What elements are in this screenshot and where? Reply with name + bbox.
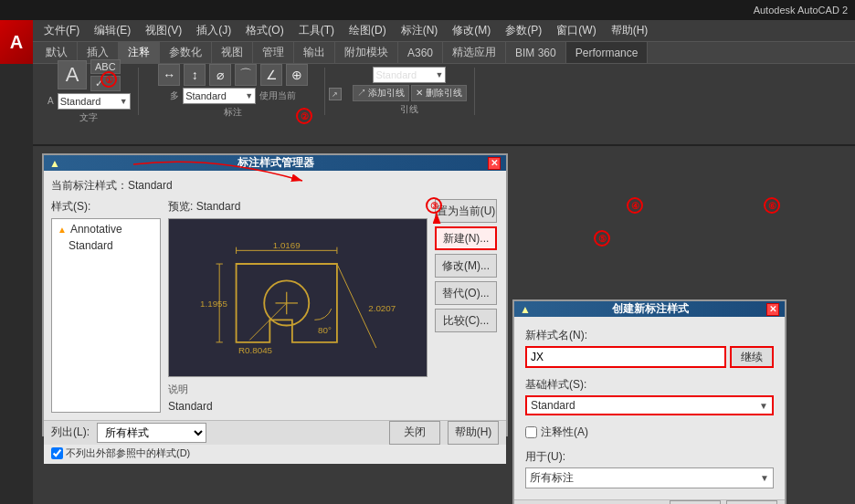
tab-view[interactable]: 视图 [212,42,253,63]
dialog-newstyle-title: ▲ 创建新标注样式 ✕ [514,301,785,317]
dialog-middle: 样式(S): ▲ Annotative Standard 预览: Standar… [51,199,499,413]
svg-text:R0.8045: R0.8045 [238,345,273,355]
dim-style-dropdown[interactable]: Standard ▼ [183,88,256,104]
menu-insert[interactable]: 插入(J) [189,20,238,41]
tab-addon[interactable]: 附加模块 [335,42,398,63]
dialog-dimstyle-title: ▲ 标注样式管理器 ✕ [44,155,506,171]
title-warning-icon: ▲ [49,157,60,170]
text-style-dropdown[interactable]: Standard ▼ [58,93,131,110]
for-arrow[interactable]: ▼ [756,473,773,483]
styles-list[interactable]: ▲ Annotative Standard [51,218,161,413]
dim-expand-btn[interactable]: ↗ [329,88,342,100]
btn-compare[interactable]: 比较(C)... [435,309,497,332]
tab-bim360[interactable]: BIM 360 [506,42,566,63]
dim-icon-4[interactable]: ⌒ [235,64,257,86]
styles-panel: 样式(S): ▲ Annotative Standard [51,199,161,413]
btn-modify[interactable]: 修改(M)... [435,254,497,278]
btn-close[interactable]: 关闭 [389,421,440,445]
main-area: ▲ 标注样式管理器 ✕ 当前标注样式：Standard 样式(S): ▲ Ann… [33,146,855,504]
annotation-3: ③ [426,197,442,214]
ribbon-group-leader: Standard ▼ ↗ 添加引线 ✕ 删除引线 引线 [345,68,476,115]
menu-window[interactable]: 窗口(W) [549,20,603,41]
footer-list-select[interactable]: 所有样式 [97,423,206,443]
dialog-footer: 列出(L): 所有样式 关闭 帮助(H) [44,420,506,445]
annotative-label: 注释性(A) [541,425,588,440]
dim-icon-3[interactable]: ⌀ [209,64,231,86]
btn-continue[interactable]: 继续 [730,346,774,368]
leader-style-dropdown[interactable]: Standard ▼ [373,67,446,83]
dim-icon-1[interactable]: ↔ [158,64,180,86]
svg-text:80°: 80° [318,325,332,335]
styles-label: 样式(S): [51,199,161,215]
menu-view[interactable]: 视图(V) [138,20,189,41]
menu-format[interactable]: 格式(O) [238,20,290,41]
menu-param[interactable]: 参数(P) [498,20,549,41]
dim-icon-2[interactable]: ↕ [184,64,206,86]
new-name-input[interactable] [525,346,726,368]
dialog-dimstyle-close-icon[interactable]: ✕ [488,157,501,170]
leader-group-label: 引线 [400,103,418,116]
base-style-arrow[interactable]: ▼ [755,401,772,411]
menu-modify[interactable]: 修改(M) [445,20,498,41]
annotative-checkbox[interactable] [525,426,537,438]
annotation-6: ⑥ [764,197,780,214]
new-name-label: 新样式名(N): [525,328,774,343]
tab-output[interactable]: 输出 [294,42,335,63]
btn-new[interactable]: 新建(N)... [435,226,497,250]
preview-panel: 预览: Standard [168,199,428,413]
ribbon: A ABC ✓ A Standard ▼ 文字 ↔ ↕ ⌀ ⌒ [33,64,855,146]
style-item-standard[interactable]: Standard [54,237,158,254]
ribbon-row1: A ABC ✓ A Standard ▼ 文字 ↔ ↕ ⌀ ⌒ [33,64,855,119]
dialog-newstyle: ▲ 创建新标注样式 ✕ 新样式名(N): 继续 基础样式(S): Standar… [512,299,786,504]
dialog-dimstyle-title-text: 标注样式管理器 [238,155,314,171]
newstyle-warning-icon: ▲ [520,303,531,316]
btn-override[interactable]: 替代(O)... [435,281,497,305]
menu-tools[interactable]: 工具(T) [291,20,342,41]
dialog-dimstyle: ▲ 标注样式管理器 ✕ 当前标注样式：Standard 样式(S): ▲ Ann… [42,153,508,436]
exclude-xref-label: 不列出外部参照中的样式(D) [51,446,499,460]
ribbon-group-text: A ABC ✓ A Standard ▼ 文字 [40,68,139,115]
btn-cancel[interactable]: 取消 [670,500,721,504]
tab-featured[interactable]: 精选应用 [443,42,506,63]
annotation-5: ⑤ [594,230,610,247]
btn-setcurrent[interactable]: 置为当前(U) [435,199,497,223]
base-style-value: Standard [527,397,755,414]
tab-a360[interactable]: A360 [398,42,443,63]
annotation-2: ② [296,108,312,124]
style-item-annotative[interactable]: ▲ Annotative [54,221,158,237]
footer-list-label: 列出(L): [51,425,90,440]
dialog-newstyle-close-icon[interactable]: ✕ [766,303,779,316]
preview-label: 预览: Standard [168,199,428,215]
tab-performance[interactable]: Performance [566,42,649,63]
description-label: 说明 [168,383,428,396]
tab-parametric[interactable]: 参数化 [160,42,212,63]
preview-svg: 1.0169 1.1955 2.0207 R0.8045 [169,219,427,376]
leader-remove-btn[interactable]: ✕ 删除引线 [411,85,467,101]
btn-help-dimstyle[interactable]: 帮助(H) [448,421,499,445]
menu-help[interactable]: 帮助(H) [604,20,656,41]
leader-add-btn[interactable]: ↗ 添加引线 [353,85,410,101]
dim-icon-6[interactable]: ⊕ [286,64,308,86]
annotation-1: ① [100,71,117,88]
menu-file[interactable]: 文件(F) [37,20,87,41]
newstyle-footer: 取消 帮助(H) [514,499,785,504]
footer-left: 列出(L): 所有样式 [51,423,382,443]
tab-annotate[interactable]: 注释 [119,42,160,63]
annotation-4: ④ [627,197,643,214]
menu-edit[interactable]: 编辑(E) [87,20,138,41]
svg-text:1.1955: 1.1955 [200,299,228,309]
checkbox-row: 不列出外部参照中的样式(D) [44,445,506,464]
multiline-text-btn[interactable]: A [58,60,87,89]
style-icon-annotative: ▲ [58,225,67,235]
menu-dim[interactable]: 标注(N) [394,20,446,41]
dim-icon-5[interactable]: ∠ [260,64,282,86]
tab-manage[interactable]: 管理 [253,42,294,63]
exclude-xref-checkbox[interactable] [51,447,63,459]
btn-help-newstyle[interactable]: 帮助(H) [726,500,777,504]
title-bar: Autodesk AutoCAD 2 [0,0,855,20]
current-style-text: 当前标注样式：Standard [51,178,499,194]
menu-draw[interactable]: 绘图(D) [342,20,394,41]
newstyle-body: 新样式名(N): 继续 基础样式(S): Standard ▼ 注释性(A) 用… [514,317,785,499]
dim-group-label: 标注 [224,106,242,119]
for-value: 所有标注 [526,468,756,488]
